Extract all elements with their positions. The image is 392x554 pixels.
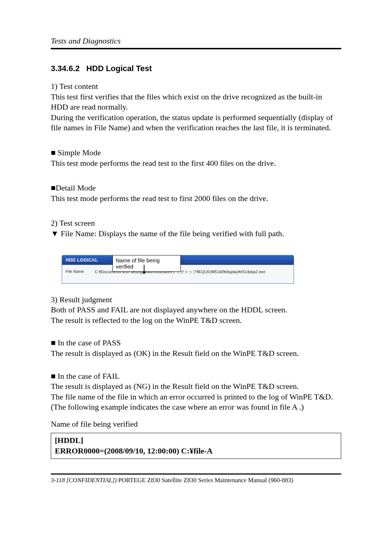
error-log-box: [HDDL] ERROR0000=(2008/09/10, 12:00:00) … [51,433,341,459]
para-result-2: The result is reflected to the log on th… [51,315,341,326]
para-test-content-2: During the verification operation, the s… [51,112,341,133]
para-fail-desc-1: The result is displayed as (NG) in the R… [51,381,341,392]
para-fail-desc-3: (The following example indicates the cas… [51,402,341,413]
para-fail-desc-2: The file name of the file in which an er… [51,392,341,402]
para-name-of-file: Name of file being verified [51,419,341,430]
para-result-heading: 3) Result judgment [51,295,341,305]
para-test-screen-heading: 2) Test screen [51,218,341,229]
error-log-line-1: [HDDL] [55,435,337,446]
para-fail-heading: ■ In the case of FAIL [51,371,341,382]
page: Tests and Diagnostics 3.34.6.2 HDD Logic… [0,0,392,509]
para-result-1: Both of PASS and FAIL are not displayed … [51,305,341,315]
section-heading: 3.34.6.2 HDD Logical Test [51,64,341,73]
section-title-text: HDD Logical Test [86,64,152,73]
para-simple-mode-desc: This test mode performs the read test to… [51,158,341,169]
down-arrow-icon [144,265,144,272]
para-test-content-1: This test first verifies that the files … [51,92,341,112]
para-test-screen-desc: ▼ File Name: Displays the name of the fi… [51,229,341,239]
para-detail-mode-desc: This test mode performs the read test to… [51,193,341,204]
para-detail-mode-heading: ■Detail Mode [51,183,341,193]
footer-page-id: 3-118 [CONFIDENTIAL]) [51,477,118,484]
para-simple-mode-heading: ■ Simple Mode [51,148,341,158]
test-screen-figure: Name of file being verified HDD LOGICAL … [62,255,294,284]
header-rule [51,48,341,49]
section-number: 3.34.6.2 [51,64,80,73]
para-test-content-heading: 1) Test content [51,81,341,92]
callout-label: Name of file being verified [113,255,181,272]
para-pass-heading: ■ In the case of PASS [51,338,341,348]
footer-manual-title: PORTEGE Z830 Satellite Z830 Series Maint… [118,477,293,484]
para-pass-desc: The result is displayed as (OK) in the R… [51,348,341,359]
error-log-line-2: ERROR0000=(2008/09/10, 12:00:00) C:¥file… [55,446,337,456]
file-name-label: File Name [66,269,95,274]
footer-rule [51,473,341,475]
page-footer: 3-118 [CONFIDENTIAL]) PORTEGE Z830 Satel… [51,477,341,484]
running-head: Tests and Diagnostics [51,36,341,46]
